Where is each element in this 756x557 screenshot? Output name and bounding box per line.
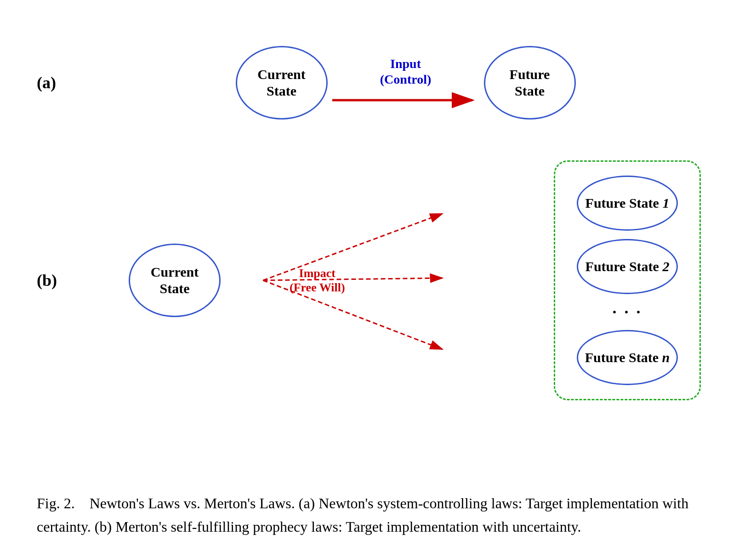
diagram-b-label: (b) bbox=[37, 271, 64, 290]
arrow-a-container: Input (Control) bbox=[328, 56, 484, 109]
impact-label: Impact (Free Will) bbox=[290, 266, 345, 295]
current-state-text-a: CurrentState bbox=[257, 66, 305, 99]
future-state-ellipse-a: FutureState bbox=[484, 46, 576, 119]
future-state-text-a: FutureState bbox=[510, 66, 550, 99]
current-state-ellipse-a: CurrentState bbox=[236, 46, 328, 119]
future-state-n-ellipse: Future State n bbox=[577, 330, 678, 385]
diagram-b: (b) CurrentState Impact (Free Will) bbox=[37, 165, 719, 395]
diagram-b-content: CurrentState Impact (Free Will) bbox=[92, 170, 719, 391]
page: (a) CurrentState Input (Control) bbox=[0, 0, 756, 557]
future-state-2-text: Future State 2 bbox=[585, 258, 670, 275]
future-states-box: Future State 1 Future State 2 · · · Futu… bbox=[554, 160, 701, 400]
caption-text: Fig. 2. Newton's Laws vs. Merton's Laws.… bbox=[37, 495, 688, 535]
arrow-label-a: Input (Control) bbox=[380, 56, 431, 87]
future-state-1-text: Future State 1 bbox=[585, 195, 670, 211]
arrow-a-svg bbox=[332, 91, 479, 109]
diagram-a-label: (a) bbox=[37, 73, 64, 92]
current-state-text-b: CurrentState bbox=[151, 264, 199, 297]
current-state-ellipse-b: CurrentState bbox=[129, 244, 221, 317]
future-state-2-ellipse: Future State 2 bbox=[577, 239, 678, 294]
figure-caption: Fig. 2. Newton's Laws vs. Merton's Laws.… bbox=[37, 492, 719, 539]
diagram-a-content: CurrentState Input (Control) bbox=[92, 46, 719, 119]
future-state-n-text: Future State n bbox=[585, 349, 670, 366]
dots: · · · bbox=[613, 302, 642, 322]
diagram-a: (a) CurrentState Input (Control) bbox=[37, 18, 719, 147]
future-state-1-ellipse: Future State 1 bbox=[577, 176, 678, 231]
